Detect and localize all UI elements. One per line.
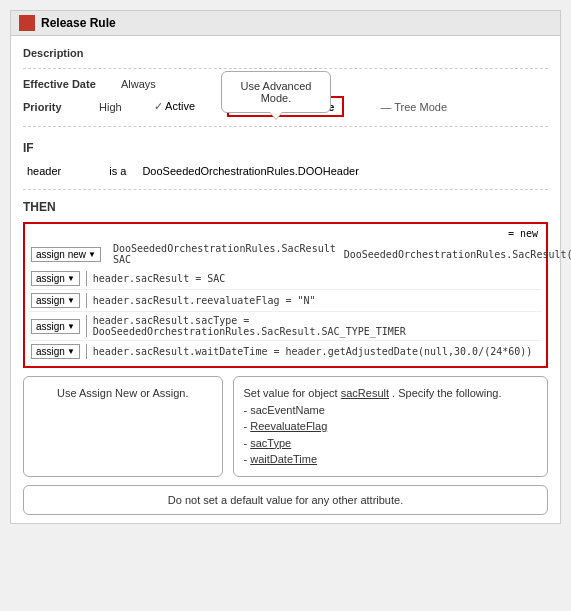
- assign-new-btn-label: assign new: [36, 249, 86, 260]
- equals-new-text: = new: [508, 228, 538, 239]
- callout-item-4: - waitDateTime: [244, 453, 318, 465]
- tooltip-text: Use Advanced Mode.: [241, 80, 312, 104]
- equals-new-label: = new: [29, 228, 542, 240]
- if-condition: is a: [109, 165, 126, 177]
- assign-arrow-2-icon: ▼: [67, 296, 75, 305]
- vertical-bar-2: [86, 293, 87, 308]
- advanced-mode-tooltip: Use Advanced Mode.: [221, 71, 331, 113]
- assign-button-3[interactable]: assign ▼: [31, 319, 80, 334]
- assign-row-3-code: header.sacResult.sacType = DooSeededOrch…: [93, 315, 540, 337]
- divider-1: [23, 68, 548, 69]
- then-header: THEN: [23, 196, 548, 216]
- callout-left-text: Use Assign New or Assign.: [57, 387, 188, 399]
- callout-right: Set value for object sacResult . Specify…: [233, 376, 549, 477]
- title-bar: Release Rule: [11, 11, 560, 36]
- assign-row-2: assign ▼ header.sacResult.reevaluateFlag…: [29, 290, 542, 312]
- assign-new-arrow-icon: ▼: [88, 250, 96, 259]
- callout-bottom-text: Do not set a default value for any other…: [168, 494, 403, 506]
- assign-arrow-4-icon: ▼: [67, 347, 75, 356]
- assign-row-1: assign ▼ header.sacResult = SAC: [29, 268, 542, 290]
- assign-btn-3-label: assign: [36, 321, 65, 332]
- callout-left: Use Assign New or Assign.: [23, 376, 223, 477]
- assign-row-4-code: header.sacResult.waitDateTime = header.g…: [93, 346, 533, 357]
- if-row: header is a DooSeededOrchestrationRules.…: [23, 163, 548, 179]
- assign-row-2-code: header.sacResult.reevaluateFlag = "N": [93, 295, 316, 306]
- callout-item-3: - sacType: [244, 437, 292, 449]
- if-section: IF header is a DooSeededOrchestrationRul…: [23, 133, 548, 183]
- assign-button-2[interactable]: assign ▼: [31, 293, 80, 308]
- callout-right-intro: Set value for object: [244, 387, 338, 399]
- divider-3: [23, 189, 548, 190]
- assign-new-row-container: = new assign new ▼ DooSeededOrchestratio…: [29, 228, 542, 268]
- effective-date-label: Effective Date: [23, 78, 113, 90]
- tree-mode-dash: —: [380, 101, 391, 113]
- divider-2: [23, 126, 548, 127]
- priority-label: Priority: [23, 101, 83, 113]
- assign-row-4: assign ▼ header.sacResult.waitDateTime =…: [29, 341, 542, 362]
- tree-mode-label: Tree Mode: [394, 101, 447, 113]
- assign-row-1-code: header.sacResult = SAC: [93, 273, 225, 284]
- description-label: Description: [23, 47, 113, 59]
- effective-date-value: Always: [121, 78, 156, 90]
- assign-arrow-1-icon: ▼: [67, 274, 75, 283]
- callout-right-object: sacResult: [341, 387, 389, 399]
- title-text: Release Rule: [41, 16, 116, 30]
- assign-arrow-3-icon: ▼: [67, 322, 75, 331]
- title-icon: [19, 15, 35, 31]
- callout-item-1: - sacEventName: [244, 404, 325, 416]
- vertical-bar-3: [86, 315, 87, 337]
- assign-row-0-class: DooSeededOrchestrationRules.SacResult(): [344, 249, 571, 260]
- assign-button-1[interactable]: assign ▼: [31, 271, 80, 286]
- assign-row-3: assign ▼ header.sacResult.sacType = DooS…: [29, 312, 542, 341]
- if-value: DooSeededOrchestrationRules.DOOHeader: [142, 165, 358, 177]
- assign-row-0: assign new ▼ DooSeededOrchestrationRules…: [29, 240, 542, 268]
- priority-value: High: [99, 101, 122, 113]
- if-header: IF: [23, 137, 548, 157]
- callout-right-suffix: . Specify the following.: [392, 387, 501, 399]
- main-container: Use Advanced Mode. Release Rule Descript…: [10, 10, 561, 524]
- assign-btn-1-label: assign: [36, 273, 65, 284]
- callout-bottom: Do not set a default value for any other…: [23, 485, 548, 515]
- assign-btn-2-label: assign: [36, 295, 65, 306]
- assign-button-4[interactable]: assign ▼: [31, 344, 80, 359]
- assign-new-button[interactable]: assign new ▼: [31, 247, 101, 262]
- if-field: header: [27, 165, 61, 177]
- assign-row-0-code: DooSeededOrchestrationRules.SacResult SA…: [113, 243, 336, 265]
- vertical-bar-4: [86, 344, 87, 359]
- assign-btn-4-label: assign: [36, 346, 65, 357]
- tree-mode-area: — Tree Mode: [380, 101, 447, 113]
- description-row: Description: [23, 44, 548, 62]
- active-label: Active: [165, 100, 195, 112]
- vertical-bar-1: [86, 271, 87, 286]
- callout-item-2: - ReevaluateFlag: [244, 420, 328, 432]
- active-check: ✓: [154, 100, 163, 112]
- bottom-callouts: Use Assign New or Assign. Set value for …: [23, 376, 548, 477]
- then-section: = new assign new ▼ DooSeededOrchestratio…: [23, 222, 548, 368]
